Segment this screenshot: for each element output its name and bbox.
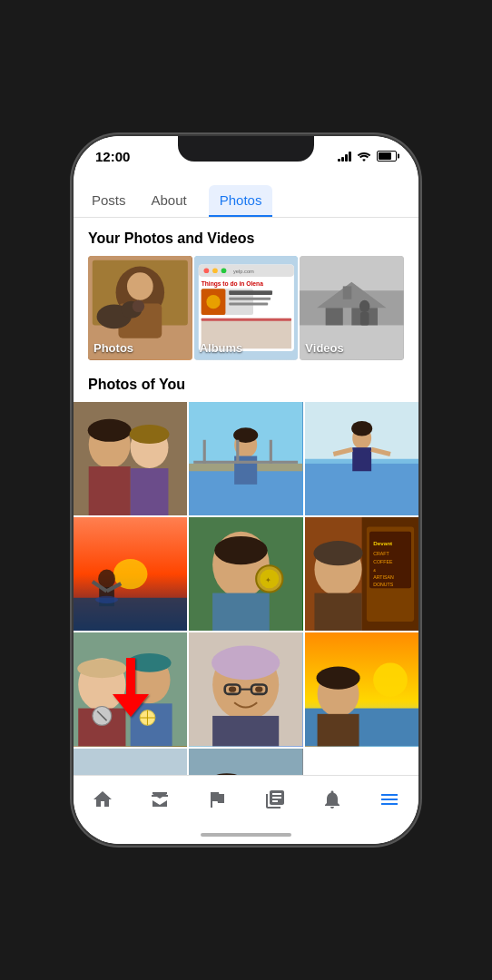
svg-point-12: [212, 268, 218, 273]
svg-point-58: [351, 421, 372, 436]
svg-rect-113: [317, 714, 359, 747]
battery-fill: [379, 152, 391, 160]
svg-point-69: [215, 536, 268, 564]
photo-thumb-with-arrow[interactable]: [74, 632, 187, 746]
nav-news[interactable]: [253, 785, 297, 814]
svg-point-110: [373, 663, 408, 698]
svg-point-103: [212, 646, 280, 681]
photo-thumb[interactable]: ✦: [189, 517, 302, 631]
svg-rect-24: [201, 318, 290, 321]
photo-thumb[interactable]: [74, 402, 187, 515]
photos-grid: ✦ Devant CRAFT COFF: [74, 402, 418, 775]
photos-category-thumb[interactable]: Photos: [88, 256, 192, 360]
signal-icon: [338, 151, 351, 162]
svg-rect-21: [229, 298, 271, 300]
svg-rect-123: [74, 749, 187, 775]
svg-point-92: [128, 653, 172, 672]
svg-point-13: [221, 268, 226, 273]
photo-thumb[interactable]: [189, 749, 302, 775]
svg-text:CRAFT: CRAFT: [373, 551, 389, 556]
content-area[interactable]: Posts About Photos Your Photos and Video…: [74, 176, 418, 775]
home-indicator: [74, 826, 418, 844]
photo-thumb[interactable]: [74, 749, 187, 775]
photos-of-you-section: Photos of You: [74, 364, 418, 775]
svg-text:DONUTS: DONUTS: [373, 582, 394, 587]
wifi-icon: [357, 151, 371, 162]
videos-category-thumb[interactable]: Videos: [300, 256, 404, 360]
nav-flag[interactable]: [195, 785, 239, 814]
svg-text:✦: ✦: [265, 575, 271, 584]
svg-rect-22: [229, 303, 268, 306]
tab-bar: Posts About Photos: [74, 176, 418, 218]
svg-point-3: [127, 272, 153, 300]
hamburger-icon: [379, 789, 400, 810]
home-indicator-bar: [201, 833, 291, 837]
media-categories-grid: Photos yelp.com Thin: [74, 256, 418, 360]
marketplace-icon: [149, 789, 171, 810]
svg-point-7: [133, 300, 144, 312]
photo-thumb[interactable]: [74, 517, 187, 631]
svg-point-31: [359, 300, 369, 312]
videos-category-label: Videos: [305, 341, 343, 355]
albums-category-label: Albums: [200, 341, 243, 355]
photos-of-you-header: Photos of You: [74, 364, 418, 402]
svg-point-114: [316, 667, 359, 690]
media-section-header: Your Photos and Videos: [74, 218, 418, 256]
notch: [178, 136, 314, 162]
svg-rect-85: [314, 593, 361, 632]
home-icon: [92, 789, 113, 810]
svg-point-39: [130, 425, 170, 444]
photo-thumb[interactable]: Devant CRAFT COFFEE & ARTISAN DONUTS: [305, 517, 418, 631]
phone-frame: 12:00 Posts About: [74, 136, 418, 844]
svg-point-38: [88, 418, 132, 441]
battery-icon: [377, 151, 397, 162]
svg-point-93: [77, 660, 126, 679]
svg-rect-48: [237, 439, 240, 463]
svg-rect-37: [131, 468, 169, 515]
photo-thumb[interactable]: [189, 632, 302, 746]
svg-rect-124: [189, 749, 302, 775]
svg-point-66: [95, 596, 118, 603]
svg-point-108: [255, 687, 262, 692]
svg-rect-28: [326, 308, 343, 325]
svg-text:Things to do in Olena: Things to do in Olena: [201, 280, 262, 288]
svg-text:Devant: Devant: [373, 540, 392, 546]
media-section: Your Photos and Videos: [74, 218, 418, 360]
svg-point-107: [229, 687, 236, 692]
svg-rect-36: [89, 466, 131, 515]
nav-bell[interactable]: [310, 785, 354, 814]
nav-menu[interactable]: [368, 785, 411, 814]
svg-point-11: [203, 268, 209, 273]
tab-posts[interactable]: Posts: [88, 185, 130, 217]
svg-rect-32: [360, 312, 369, 325]
news-icon: [264, 789, 286, 810]
tab-about[interactable]: About: [148, 185, 191, 217]
svg-rect-47: [203, 439, 206, 463]
bottom-nav: [74, 775, 418, 826]
photo-thumb[interactable]: [305, 402, 418, 515]
albums-category-thumb[interactable]: yelp.com Things to do in Olena: [194, 256, 299, 360]
svg-text:yelp.com: yelp.com: [233, 269, 254, 274]
status-icons: [338, 151, 397, 162]
photo-thumb[interactable]: [305, 632, 418, 746]
svg-rect-55: [352, 447, 371, 471]
svg-text:ARTISAN: ARTISAN: [373, 574, 394, 580]
svg-rect-102: [212, 716, 279, 746]
svg-rect-65: [74, 598, 187, 632]
nav-home[interactable]: [81, 785, 124, 814]
photo-thumb[interactable]: [189, 402, 302, 515]
status-time: 12:00: [95, 149, 130, 164]
svg-point-19: [206, 295, 220, 309]
svg-text:&: &: [373, 568, 376, 573]
svg-rect-30: [343, 286, 352, 299]
svg-point-86: [313, 541, 362, 565]
tab-photos[interactable]: Photos: [209, 185, 273, 217]
svg-rect-49: [270, 439, 272, 463]
nav-marketplace[interactable]: [138, 785, 182, 814]
screen: 12:00 Posts About: [74, 136, 418, 844]
svg-text:COFFEE: COFFEE: [373, 559, 393, 564]
photos-category-label: Photos: [93, 341, 133, 355]
svg-rect-70: [212, 593, 270, 632]
flag-icon: [206, 789, 228, 810]
svg-rect-46: [194, 460, 299, 463]
